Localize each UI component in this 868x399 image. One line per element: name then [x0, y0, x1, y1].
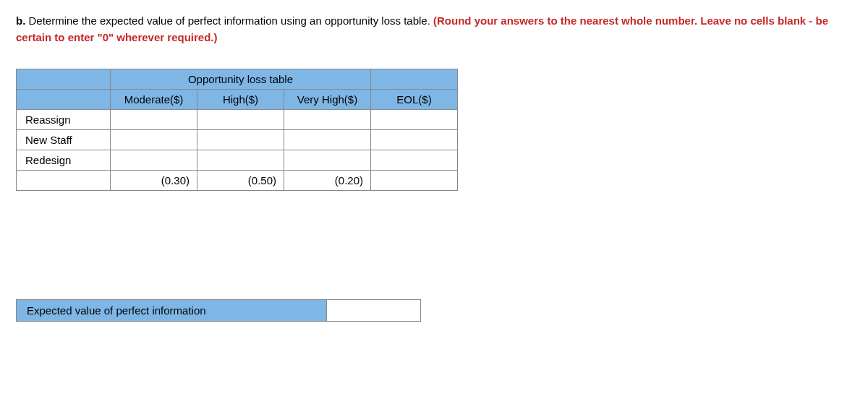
input-reassign-high[interactable] [205, 113, 276, 126]
evpi-label: Expected value of perfect information [16, 299, 327, 322]
input-redesign-eol[interactable] [378, 154, 450, 166]
row-label-reassign: Reassign [17, 110, 111, 130]
evpi-row: Expected value of perfect information [16, 299, 852, 322]
input-redesign-moderate[interactable] [118, 154, 190, 166]
input-reassign-eol[interactable] [378, 113, 450, 126]
input-reassign-veryhigh[interactable] [292, 113, 363, 126]
col-moderate: Moderate($) [111, 90, 197, 110]
input-newstaff-high[interactable] [205, 134, 276, 146]
header-blank-eol [371, 69, 458, 90]
table-title: Opportunity loss table [111, 69, 371, 90]
opportunity-loss-table-container: Opportunity loss table Moderate($) High(… [16, 69, 852, 191]
input-newstaff-eol[interactable] [378, 134, 450, 146]
header-blank [17, 69, 111, 90]
input-reassign-moderate[interactable] [118, 113, 190, 126]
prob-eol-blank [371, 171, 458, 191]
input-redesign-veryhigh[interactable] [292, 154, 363, 166]
question-body: Determine the expected value of perfect … [25, 14, 433, 27]
evpi-input[interactable] [331, 305, 416, 317]
row-label-newstaff: New Staff [17, 130, 111, 150]
col-veryhigh: Very High($) [284, 90, 371, 110]
table-row: Redesign [17, 150, 458, 171]
header-blank-row2 [17, 90, 111, 110]
table-row: Reassign [17, 110, 458, 130]
row-label-redesign: Redesign [17, 150, 111, 171]
table-row: New Staff [17, 130, 458, 150]
input-newstaff-veryhigh[interactable] [292, 134, 363, 146]
col-high: High($) [197, 90, 284, 110]
probability-row: (0.30) (0.50) (0.20) [17, 171, 458, 191]
evpi-input-wrap [327, 299, 421, 322]
prob-moderate: (0.30) [111, 171, 197, 191]
prob-veryhigh: (0.20) [284, 171, 371, 191]
question-text: b. Determine the expected value of perfe… [16, 13, 852, 46]
input-newstaff-moderate[interactable] [118, 134, 190, 146]
row-label-prob [17, 171, 111, 191]
input-redesign-high[interactable] [205, 154, 276, 166]
prob-high: (0.50) [197, 171, 284, 191]
opportunity-loss-table: Opportunity loss table Moderate($) High(… [16, 69, 458, 191]
question-prefix: b. [16, 14, 25, 27]
col-eol: EOL($) [371, 90, 458, 110]
